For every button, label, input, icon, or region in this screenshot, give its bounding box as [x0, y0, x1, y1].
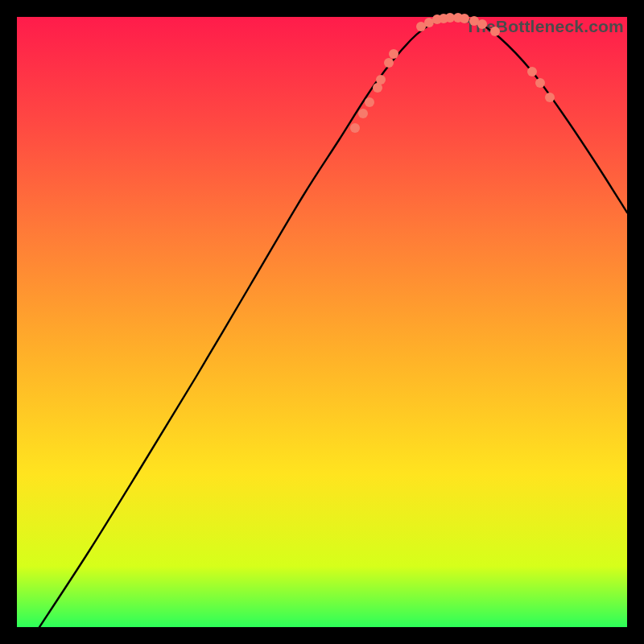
- curve-marker: [384, 58, 394, 68]
- chart-stage: TheBottleneck.com: [0, 0, 644, 644]
- curve-markers: [350, 13, 555, 133]
- chart-plot-area: TheBottleneck.com: [17, 17, 627, 627]
- curve-marker: [545, 93, 555, 102]
- curve-marker: [389, 49, 398, 59]
- curve-marker: [358, 109, 368, 118]
- curve-marker: [490, 27, 500, 36]
- curve-marker: [460, 14, 469, 23]
- curve-marker: [376, 75, 386, 85]
- curve-marker: [535, 78, 545, 88]
- curve-marker: [477, 19, 487, 29]
- chart-svg: [17, 17, 627, 627]
- bottleneck-curve: [39, 18, 627, 627]
- curve-marker: [527, 67, 537, 76]
- curve-marker: [365, 97, 374, 107]
- curve-marker: [350, 123, 360, 133]
